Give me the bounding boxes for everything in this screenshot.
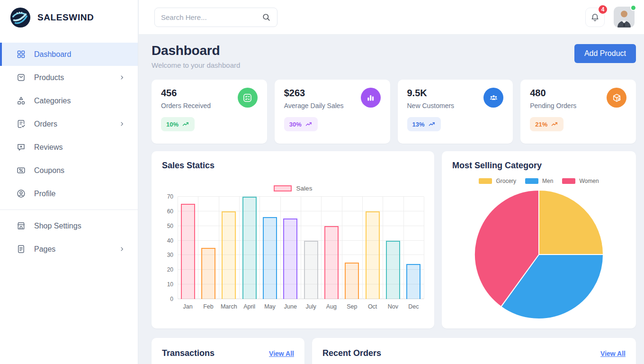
stat-value: 480 — [530, 88, 576, 99]
storefront-icon — [16, 221, 26, 231]
x-tick-label: May — [259, 303, 280, 310]
brand-name: SALESWIND — [37, 12, 94, 23]
y-tick-label: 70 — [167, 193, 173, 200]
sidebar-nav-primary: Dashboard Products Categories Orders Rev… — [0, 43, 138, 205]
page-subtitle: Welcome to your dashboard — [152, 61, 240, 69]
legend-label: Grocery — [496, 178, 516, 184]
stat-change-value: 21% — [535, 121, 547, 128]
x-tick-label: Nov — [383, 303, 403, 310]
x-tick-label: Sep — [342, 303, 362, 310]
review-icon — [16, 142, 26, 152]
pie-legend-item-men: Men — [525, 178, 553, 184]
stat-value: $263 — [284, 88, 344, 99]
bar-june — [283, 218, 297, 299]
y-tick-label: 0 — [170, 296, 173, 302]
sales-bar-chart: Sales 010203040506070 JanFebMarchAprilMa… — [162, 185, 424, 310]
x-tick-label: July — [301, 303, 321, 310]
pie-slice-grocery — [539, 190, 603, 255]
add-product-button[interactable]: Add Product — [574, 44, 636, 63]
sales-statics-card: Sales Statics Sales 010203040506070 JanF… — [152, 151, 434, 328]
sidebar-item-categories[interactable]: Categories — [0, 89, 138, 112]
stats-row: 456 Orders Received 10% $263 Average Dai… — [152, 80, 636, 144]
recent-orders-view-all-link[interactable]: View All — [600, 350, 626, 357]
category-chart-title: Most Selling Category — [452, 161, 626, 171]
sidebar-item-orders[interactable]: Orders — [0, 112, 138, 136]
sales-chart-title: Sales Statics — [162, 161, 424, 171]
stat-label: Pending Orders — [530, 102, 576, 109]
trend-up-icon — [182, 120, 189, 128]
grid-icon — [16, 49, 26, 59]
bar-sep — [345, 263, 359, 299]
stat-value: 456 — [161, 88, 211, 99]
sidebar-item-coupons[interactable]: Coupons — [0, 159, 138, 182]
x-axis: JanFebMarchAprilMayJuneJulyAugSepOctNovD… — [178, 303, 424, 310]
y-axis: 010203040506070 — [162, 197, 178, 299]
category-icon — [16, 96, 26, 106]
checklist-icon — [238, 88, 258, 108]
sidebar-item-label: Orders — [34, 120, 57, 128]
notifications-button[interactable]: 4 — [585, 8, 605, 27]
plot-area — [178, 197, 424, 299]
trend-up-icon — [551, 120, 558, 128]
legend-swatch — [479, 178, 492, 184]
bar-oct — [366, 211, 380, 299]
search-input[interactable] — [161, 13, 258, 21]
legend-label: Men — [542, 178, 553, 184]
bar-nov — [386, 241, 400, 299]
user-circle-icon — [16, 189, 26, 199]
y-tick-label: 60 — [167, 208, 173, 215]
x-tick-label: Oct — [362, 303, 383, 310]
sales-chart-legend: Sales — [162, 185, 424, 192]
x-tick-label: Aug — [321, 303, 341, 310]
chevron-right-icon — [118, 74, 125, 81]
sidebar: SALESWIND Dashboard Products Categories … — [0, 0, 138, 364]
sidebar-item-shop-settings[interactable]: Shop Settings — [0, 214, 138, 237]
recent-orders-title: Recent Orders — [322, 348, 381, 358]
transactions-card: Transactions View All — [152, 338, 304, 364]
chevron-right-icon — [118, 120, 125, 127]
bar-july — [304, 241, 318, 299]
x-tick-label: April — [239, 303, 259, 310]
category-pie-chart — [452, 189, 626, 320]
y-tick-label: 30 — [167, 252, 173, 258]
y-tick-label: 10 — [167, 281, 173, 288]
online-status-dot — [630, 5, 636, 11]
legend-label: Sales — [296, 185, 313, 192]
stat-change-value: 13% — [412, 121, 425, 128]
search-box — [154, 8, 277, 27]
stat-change-badge: 10% — [161, 117, 195, 131]
y-tick-label: 40 — [167, 237, 173, 244]
sidebar-item-dashboard[interactable]: Dashboard — [0, 43, 138, 66]
sidebar-item-label: Categories — [34, 97, 71, 105]
bar-march — [222, 211, 236, 299]
y-tick-label: 20 — [167, 266, 173, 273]
stat-card-average-daily-sales: $263 Average Daily Sales 30% — [275, 80, 390, 144]
legend-swatch — [274, 185, 292, 191]
stat-change-badge: 21% — [530, 117, 564, 131]
sidebar-item-reviews[interactable]: Reviews — [0, 136, 138, 159]
legend-swatch — [525, 178, 538, 184]
x-tick-label: Feb — [198, 303, 218, 310]
transactions-view-all-link[interactable]: View All — [269, 350, 294, 357]
stat-change-badge: 30% — [284, 117, 318, 131]
legend-label: Women — [579, 178, 599, 184]
search-icon[interactable] — [262, 13, 271, 22]
bar-jan — [181, 204, 195, 299]
stat-value: 9.5K — [407, 88, 455, 99]
brand-logo-icon — [9, 7, 31, 28]
stat-label: New Customers — [407, 102, 455, 109]
sidebar-item-products[interactable]: Products — [0, 66, 138, 89]
users-icon — [483, 88, 503, 108]
trend-up-icon — [428, 120, 436, 128]
main-content: Dashboard Welcome to your dashboard Add … — [139, 35, 644, 364]
box-icon — [607, 88, 626, 108]
sidebar-item-profile[interactable]: Profile — [0, 182, 138, 205]
notification-badge: 4 — [598, 4, 608, 15]
order-check-icon — [16, 119, 26, 129]
bar-feb — [201, 248, 215, 299]
chevron-right-icon — [118, 246, 125, 253]
sidebar-nav-secondary: Shop Settings Pages — [0, 214, 138, 261]
page-title: Dashboard — [152, 43, 240, 58]
sidebar-item-pages[interactable]: Pages — [0, 237, 138, 261]
bar-aug — [324, 226, 339, 299]
